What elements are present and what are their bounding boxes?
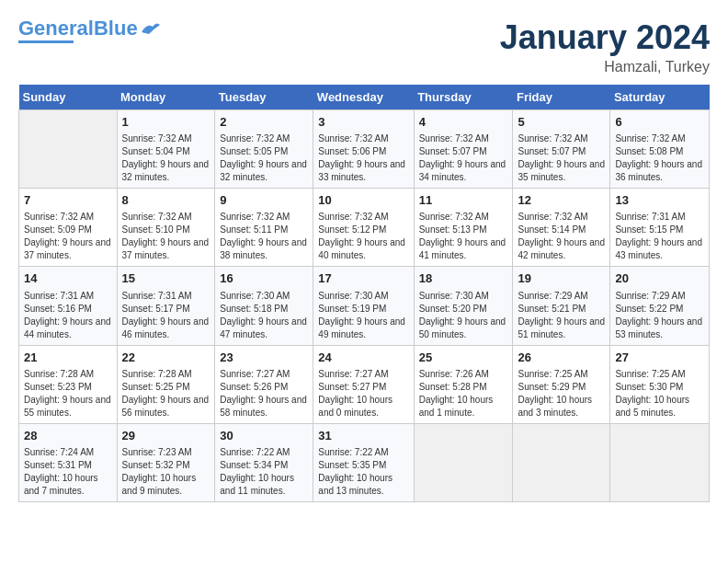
day-number: 31 — [318, 428, 408, 444]
calendar-table: SundayMondayTuesdayWednesdayThursdayFrid… — [18, 85, 710, 502]
day-info: Sunrise: 7:25 AMSunset: 5:29 PMDaylight:… — [518, 368, 605, 419]
day-info: Sunrise: 7:32 AMSunset: 5:04 PMDaylight:… — [122, 132, 210, 184]
calendar-cell: 26Sunrise: 7:25 AMSunset: 5:29 PMDayligh… — [513, 345, 610, 423]
day-info: Sunrise: 7:32 AMSunset: 5:14 PMDaylight:… — [518, 211, 605, 262]
calendar-cell: 24Sunrise: 7:27 AMSunset: 5:27 PMDayligh… — [313, 345, 414, 423]
day-info: Sunrise: 7:32 AMSunset: 5:07 PMDaylight:… — [518, 132, 605, 184]
day-number: 29 — [122, 428, 210, 444]
calendar-cell: 1Sunrise: 7:32 AMSunset: 5:04 PMDaylight… — [117, 110, 215, 189]
calendar-cell: 31Sunrise: 7:22 AMSunset: 5:35 PMDayligh… — [313, 423, 414, 501]
day-number: 19 — [518, 270, 605, 287]
calendar-cell — [610, 423, 710, 501]
calendar-cell: 28Sunrise: 7:24 AMSunset: 5:31 PMDayligh… — [19, 423, 118, 501]
calendar-cell: 2Sunrise: 7:32 AMSunset: 5:05 PMDaylight… — [215, 110, 313, 189]
day-info: Sunrise: 7:32 AMSunset: 5:06 PMDaylight:… — [318, 132, 408, 184]
calendar-cell: 20Sunrise: 7:29 AMSunset: 5:22 PMDayligh… — [610, 267, 710, 345]
day-number: 3 — [318, 114, 408, 131]
calendar-cell: 7Sunrise: 7:32 AMSunset: 5:09 PMDaylight… — [19, 189, 118, 267]
calendar-cell: 16Sunrise: 7:30 AMSunset: 5:18 PMDayligh… — [215, 267, 313, 345]
day-number: 8 — [122, 192, 210, 209]
calendar-cell: 21Sunrise: 7:28 AMSunset: 5:23 PMDayligh… — [19, 345, 118, 423]
calendar-cell: 4Sunrise: 7:32 AMSunset: 5:07 PMDaylight… — [414, 110, 513, 189]
day-info: Sunrise: 7:24 AMSunset: 5:31 PMDaylight:… — [24, 446, 112, 498]
calendar-cell: 5Sunrise: 7:32 AMSunset: 5:07 PMDaylight… — [513, 110, 610, 189]
weekday-header: Friday — [513, 85, 610, 110]
day-info: Sunrise: 7:30 AMSunset: 5:18 PMDaylight:… — [220, 290, 308, 341]
logo-bird-icon — [140, 21, 160, 36]
logo-underline — [18, 40, 74, 43]
weekday-header: Tuesday — [215, 85, 313, 110]
day-info: Sunrise: 7:32 AMSunset: 5:11 PMDaylight:… — [220, 211, 308, 262]
calendar-week-row: 1Sunrise: 7:32 AMSunset: 5:04 PMDaylight… — [19, 110, 710, 189]
day-number: 15 — [122, 270, 210, 287]
calendar-header-row: SundayMondayTuesdayWednesdayThursdayFrid… — [19, 85, 710, 110]
calendar-cell: 18Sunrise: 7:30 AMSunset: 5:20 PMDayligh… — [414, 267, 513, 345]
day-info: Sunrise: 7:32 AMSunset: 5:10 PMDaylight:… — [122, 211, 210, 262]
day-number: 21 — [24, 350, 112, 366]
calendar-cell: 19Sunrise: 7:29 AMSunset: 5:21 PMDayligh… — [513, 267, 610, 345]
weekday-header: Saturday — [610, 85, 710, 110]
calendar-cell: 8Sunrise: 7:32 AMSunset: 5:10 PMDaylight… — [117, 189, 215, 267]
weekday-header: Wednesday — [313, 85, 414, 110]
day-number: 13 — [615, 192, 704, 209]
day-info: Sunrise: 7:28 AMSunset: 5:23 PMDaylight:… — [24, 368, 112, 419]
day-number: 4 — [419, 114, 508, 131]
calendar-cell — [513, 423, 610, 501]
calendar-week-row: 28Sunrise: 7:24 AMSunset: 5:31 PMDayligh… — [19, 423, 710, 501]
calendar-cell: 6Sunrise: 7:32 AMSunset: 5:08 PMDaylight… — [610, 110, 710, 189]
day-number: 14 — [24, 270, 112, 287]
calendar-cell: 29Sunrise: 7:23 AMSunset: 5:32 PMDayligh… — [117, 423, 215, 501]
calendar-week-row: 14Sunrise: 7:31 AMSunset: 5:16 PMDayligh… — [19, 267, 710, 345]
day-info: Sunrise: 7:32 AMSunset: 5:08 PMDaylight:… — [615, 132, 704, 184]
logo: GeneralBlue — [18, 18, 160, 43]
day-number: 30 — [220, 428, 308, 444]
day-number: 9 — [220, 192, 308, 209]
calendar-body: 1Sunrise: 7:32 AMSunset: 5:04 PMDaylight… — [19, 110, 710, 502]
calendar-cell: 30Sunrise: 7:22 AMSunset: 5:34 PMDayligh… — [215, 423, 313, 501]
day-info: Sunrise: 7:32 AMSunset: 5:13 PMDaylight:… — [419, 211, 508, 262]
calendar-cell: 25Sunrise: 7:26 AMSunset: 5:28 PMDayligh… — [414, 345, 513, 423]
calendar-cell: 9Sunrise: 7:32 AMSunset: 5:11 PMDaylight… — [215, 189, 313, 267]
title-block: January 2024 Hamzali, Turkey — [500, 18, 710, 75]
day-number: 16 — [220, 270, 308, 287]
calendar-cell: 10Sunrise: 7:32 AMSunset: 5:12 PMDayligh… — [313, 189, 414, 267]
day-info: Sunrise: 7:32 AMSunset: 5:12 PMDaylight:… — [318, 211, 408, 262]
day-number: 24 — [318, 350, 408, 366]
calendar-cell: 12Sunrise: 7:32 AMSunset: 5:14 PMDayligh… — [513, 189, 610, 267]
day-number: 20 — [615, 270, 704, 287]
day-info: Sunrise: 7:29 AMSunset: 5:22 PMDaylight:… — [615, 290, 704, 341]
day-info: Sunrise: 7:29 AMSunset: 5:21 PMDaylight:… — [518, 290, 605, 341]
day-info: Sunrise: 7:28 AMSunset: 5:25 PMDaylight:… — [122, 368, 210, 419]
calendar-cell — [414, 423, 513, 501]
day-info: Sunrise: 7:31 AMSunset: 5:16 PMDaylight:… — [24, 290, 112, 341]
calendar-cell: 15Sunrise: 7:31 AMSunset: 5:17 PMDayligh… — [117, 267, 215, 345]
day-number: 28 — [24, 428, 112, 444]
day-number: 12 — [518, 192, 605, 209]
day-number: 23 — [220, 350, 308, 366]
weekday-header: Monday — [117, 85, 215, 110]
day-number: 22 — [122, 350, 210, 366]
calendar-week-row: 21Sunrise: 7:28 AMSunset: 5:23 PMDayligh… — [19, 345, 710, 423]
calendar-cell — [19, 110, 118, 189]
day-info: Sunrise: 7:32 AMSunset: 5:07 PMDaylight:… — [419, 132, 508, 184]
day-number: 10 — [318, 192, 408, 209]
calendar-cell: 22Sunrise: 7:28 AMSunset: 5:25 PMDayligh… — [117, 345, 215, 423]
day-info: Sunrise: 7:26 AMSunset: 5:28 PMDaylight:… — [419, 368, 508, 419]
day-number: 26 — [518, 350, 605, 366]
location-title: Hamzali, Turkey — [500, 59, 710, 75]
logo-text: GeneralBlue — [18, 18, 138, 39]
calendar-cell: 3Sunrise: 7:32 AMSunset: 5:06 PMDaylight… — [313, 110, 414, 189]
day-number: 17 — [318, 270, 408, 287]
weekday-header: Thursday — [414, 85, 513, 110]
day-number: 7 — [24, 192, 112, 209]
day-info: Sunrise: 7:22 AMSunset: 5:34 PMDaylight:… — [220, 446, 308, 498]
day-info: Sunrise: 7:31 AMSunset: 5:17 PMDaylight:… — [122, 290, 210, 341]
calendar-cell: 17Sunrise: 7:30 AMSunset: 5:19 PMDayligh… — [313, 267, 414, 345]
calendar-cell: 11Sunrise: 7:32 AMSunset: 5:13 PMDayligh… — [414, 189, 513, 267]
day-number: 25 — [419, 350, 508, 366]
month-title: January 2024 — [500, 18, 710, 57]
day-info: Sunrise: 7:30 AMSunset: 5:19 PMDaylight:… — [318, 290, 408, 341]
day-number: 1 — [122, 114, 210, 131]
calendar-cell: 27Sunrise: 7:25 AMSunset: 5:30 PMDayligh… — [610, 345, 710, 423]
calendar-cell: 14Sunrise: 7:31 AMSunset: 5:16 PMDayligh… — [19, 267, 118, 345]
